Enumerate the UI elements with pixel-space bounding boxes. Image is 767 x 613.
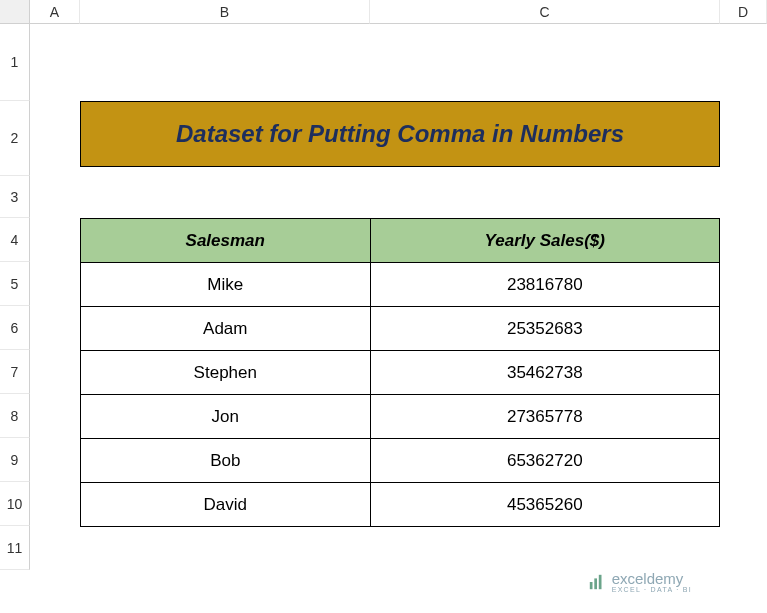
cell-sales[interactable]: 23816780 bbox=[370, 263, 719, 307]
cell-salesman[interactable]: David bbox=[81, 483, 371, 527]
header-sales[interactable]: Yearly Sales($) bbox=[370, 219, 719, 263]
cell-sales[interactable]: 27365778 bbox=[370, 395, 719, 439]
col-header-a[interactable]: A bbox=[30, 0, 80, 24]
row-header-2[interactable]: 2 bbox=[0, 101, 30, 176]
svg-rect-2 bbox=[598, 575, 601, 589]
table-row: David 45365260 bbox=[81, 483, 720, 527]
chart-icon bbox=[588, 573, 606, 591]
row-header-10[interactable]: 10 bbox=[0, 482, 30, 526]
title-text: Dataset for Putting Comma in Numbers bbox=[176, 120, 624, 148]
column-headers: A B C D bbox=[30, 0, 767, 24]
table-header-row: Salesman Yearly Sales($) bbox=[81, 219, 720, 263]
watermark-main: exceldemy bbox=[612, 571, 692, 586]
cell-sales[interactable]: 65362720 bbox=[370, 439, 719, 483]
table-row: Mike 23816780 bbox=[81, 263, 720, 307]
cell-salesman[interactable]: Bob bbox=[81, 439, 371, 483]
cell-salesman[interactable]: Stephen bbox=[81, 351, 371, 395]
table-row: Adam 25352683 bbox=[81, 307, 720, 351]
cell-salesman[interactable]: Adam bbox=[81, 307, 371, 351]
col-header-b[interactable]: B bbox=[80, 0, 370, 24]
grid-body[interactable]: Dataset for Putting Comma in Numbers Sal… bbox=[30, 24, 767, 613]
table-row: Bob 65362720 bbox=[81, 439, 720, 483]
watermark: exceldemy EXCEL · DATA · BI bbox=[588, 571, 692, 593]
row-header-9[interactable]: 9 bbox=[0, 438, 30, 482]
row-header-3[interactable]: 3 bbox=[0, 176, 30, 218]
svg-rect-0 bbox=[589, 582, 592, 589]
row-header-6[interactable]: 6 bbox=[0, 306, 30, 350]
row-header-11[interactable]: 11 bbox=[0, 526, 30, 570]
cell-salesman[interactable]: Jon bbox=[81, 395, 371, 439]
col-header-d[interactable]: D bbox=[720, 0, 767, 24]
table-row: Stephen 35462738 bbox=[81, 351, 720, 395]
cell-salesman[interactable]: Mike bbox=[81, 263, 371, 307]
row-header-5[interactable]: 5 bbox=[0, 262, 30, 306]
col-header-c[interactable]: C bbox=[370, 0, 720, 24]
row-headers: 1 2 3 4 5 6 7 8 9 10 11 bbox=[0, 0, 30, 613]
cell-sales[interactable]: 25352683 bbox=[370, 307, 719, 351]
data-table: Salesman Yearly Sales($) Mike 23816780 A… bbox=[80, 218, 720, 527]
select-all-corner[interactable] bbox=[0, 0, 30, 24]
cell-sales[interactable]: 35462738 bbox=[370, 351, 719, 395]
header-salesman[interactable]: Salesman bbox=[81, 219, 371, 263]
title-bar[interactable]: Dataset for Putting Comma in Numbers bbox=[80, 101, 720, 167]
table-row: Jon 27365778 bbox=[81, 395, 720, 439]
row-header-1[interactable]: 1 bbox=[0, 24, 30, 101]
row-header-8[interactable]: 8 bbox=[0, 394, 30, 438]
row-header-7[interactable]: 7 bbox=[0, 350, 30, 394]
svg-rect-1 bbox=[594, 578, 597, 589]
watermark-text: exceldemy EXCEL · DATA · BI bbox=[612, 571, 692, 593]
grid-area: A B C D Dataset for Putting Comma in Num… bbox=[30, 0, 767, 613]
spreadsheet-grid: 1 2 3 4 5 6 7 8 9 10 11 A B C D Dataset … bbox=[0, 0, 767, 613]
watermark-sub: EXCEL · DATA · BI bbox=[612, 586, 692, 593]
cell-sales[interactable]: 45365260 bbox=[370, 483, 719, 527]
row-header-4[interactable]: 4 bbox=[0, 218, 30, 262]
